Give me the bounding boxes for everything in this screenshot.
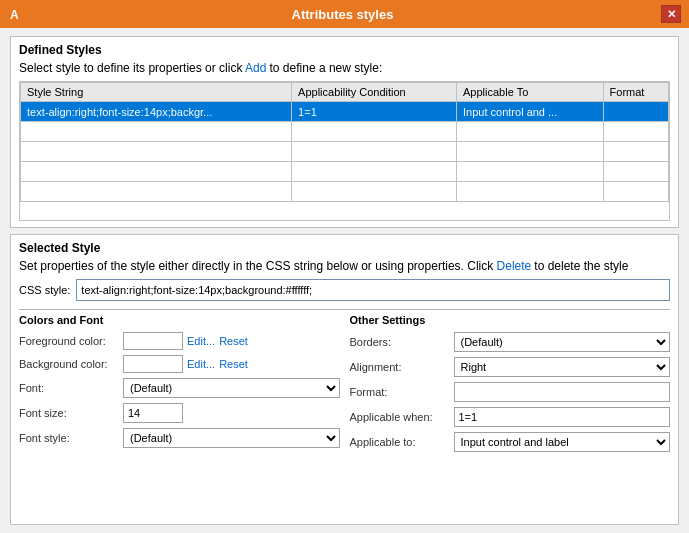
- background-reset-link[interactable]: Reset: [219, 358, 248, 370]
- selected-style-section: Selected Style Set properties of the sty…: [10, 234, 679, 525]
- alignment-row: Alignment: Right (Default) Left Center: [350, 357, 671, 377]
- defined-styles-desc: Select style to define its properties or…: [19, 61, 670, 75]
- close-button[interactable]: ✕: [661, 5, 681, 23]
- two-col-layout: Colors and Font Foreground color: Edit..…: [19, 314, 670, 457]
- applicable-to-row: Applicable to: Input control and label L…: [350, 432, 671, 452]
- applicable-when-input[interactable]: [454, 407, 671, 427]
- cell-condition: 1=1: [292, 102, 457, 122]
- delete-link[interactable]: Delete: [497, 259, 532, 273]
- applicable-to-select[interactable]: Input control and label Label only Input…: [454, 432, 671, 452]
- colors-font-title: Colors and Font: [19, 314, 340, 326]
- svg-text:A: A: [10, 8, 19, 22]
- divider: [19, 309, 670, 310]
- applicable-when-row: Applicable when:: [350, 407, 671, 427]
- font-style-row: Font style: (Default): [19, 428, 340, 448]
- table-row-empty-4: [21, 182, 669, 202]
- selected-desc-1: Set properties of the style either direc…: [19, 259, 497, 273]
- col-style-string: Style String: [21, 83, 292, 102]
- borders-label: Borders:: [350, 336, 450, 348]
- cell-format: [603, 102, 668, 122]
- cell-applicable-to: Input control and ...: [457, 102, 604, 122]
- title-bar-left: A: [8, 6, 24, 22]
- colors-font-col: Colors and Font Foreground color: Edit..…: [19, 314, 340, 457]
- font-size-input[interactable]: [123, 403, 183, 423]
- styles-table-container: Style String Applicability Condition App…: [19, 81, 670, 221]
- dialog-title: Attributes styles: [24, 7, 661, 22]
- font-row: Font: (Default): [19, 378, 340, 398]
- styles-table: Style String Applicability Condition App…: [20, 82, 669, 202]
- selected-style-title: Selected Style: [19, 241, 670, 255]
- foreground-edit-link[interactable]: Edit...: [187, 335, 215, 347]
- table-row[interactable]: text-align:right;font-size:14px;backgr..…: [21, 102, 669, 122]
- defined-styles-section: Defined Styles Select style to define it…: [10, 36, 679, 228]
- background-edit-link[interactable]: Edit...: [187, 358, 215, 370]
- foreground-reset-link[interactable]: Reset: [219, 335, 248, 347]
- foreground-color-row: Edit... Reset: [123, 332, 248, 350]
- font-label: Font:: [19, 382, 119, 394]
- other-settings-col: Other Settings Borders: (Default) Alignm…: [350, 314, 671, 457]
- font-size-label: Font size:: [19, 407, 119, 419]
- foreground-row: Foreground color: Edit... Reset: [19, 332, 340, 350]
- selected-style-desc: Set properties of the style either direc…: [19, 259, 670, 273]
- cell-style-string: text-align:right;font-size:14px;backgr..…: [21, 102, 292, 122]
- font-size-row: Font size:: [19, 403, 340, 423]
- applicable-when-label: Applicable when:: [350, 411, 450, 423]
- table-row-empty-1: [21, 122, 669, 142]
- table-row-empty-3: [21, 162, 669, 182]
- app-icon: A: [8, 6, 24, 22]
- col-applicable-to: Applicable To: [457, 83, 604, 102]
- main-content: Defined Styles Select style to define it…: [0, 28, 689, 533]
- font-style-label: Font style:: [19, 432, 119, 444]
- background-row: Background color: Edit... Reset: [19, 355, 340, 373]
- background-color-row: Edit... Reset: [123, 355, 248, 373]
- foreground-label: Foreground color:: [19, 335, 119, 347]
- col-condition: Applicability Condition: [292, 83, 457, 102]
- title-bar: A Attributes styles ✕: [0, 0, 689, 28]
- foreground-color-box[interactable]: [123, 332, 183, 350]
- col-format: Format: [603, 83, 668, 102]
- css-style-row: CSS style:: [19, 279, 670, 301]
- font-style-select[interactable]: (Default): [123, 428, 340, 448]
- defined-styles-title: Defined Styles: [19, 43, 670, 57]
- applicable-to-label: Applicable to:: [350, 436, 450, 448]
- borders-row: Borders: (Default): [350, 332, 671, 352]
- format-input[interactable]: [454, 382, 671, 402]
- font-select[interactable]: (Default): [123, 378, 340, 398]
- table-row-empty-2: [21, 142, 669, 162]
- selected-desc-2: to delete the style: [534, 259, 628, 273]
- alignment-select[interactable]: Right (Default) Left Center: [454, 357, 671, 377]
- borders-select[interactable]: (Default): [454, 332, 671, 352]
- css-style-label: CSS style:: [19, 284, 70, 296]
- alignment-label: Alignment:: [350, 361, 450, 373]
- format-row: Format:: [350, 382, 671, 402]
- css-style-input[interactable]: [76, 279, 670, 301]
- background-color-box[interactable]: [123, 355, 183, 373]
- add-link[interactable]: Add: [245, 61, 266, 75]
- desc-text-2: to define a new style:: [270, 61, 383, 75]
- background-label: Background color:: [19, 358, 119, 370]
- desc-text-1: Select style to define its properties or…: [19, 61, 245, 75]
- other-settings-title: Other Settings: [350, 314, 671, 326]
- format-label: Format:: [350, 386, 450, 398]
